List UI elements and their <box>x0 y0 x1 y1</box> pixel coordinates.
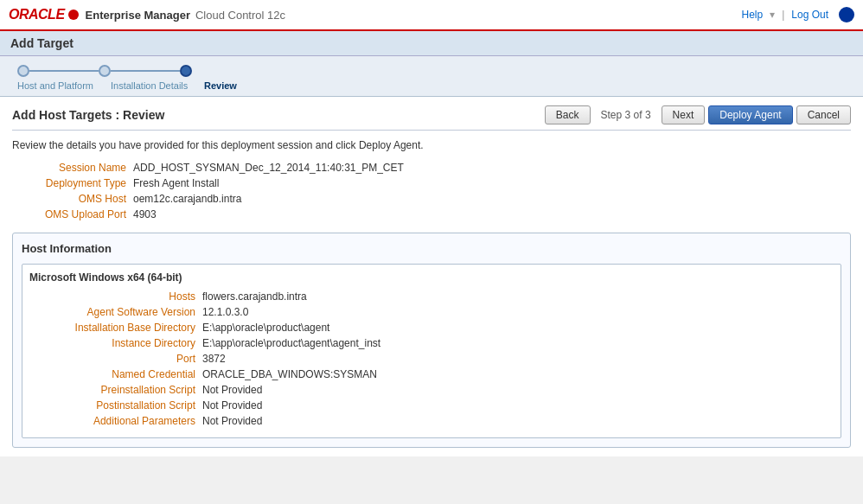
host-form-value: Not Provided <box>202 384 262 396</box>
nav-pipe: | <box>782 9 784 21</box>
cancel-button[interactable]: Cancel <box>796 105 851 124</box>
form-value: Fresh Agent Install <box>133 177 219 189</box>
section-title: Add Host Targets : Review <box>12 108 164 122</box>
oracle-text: ORACLE <box>9 7 65 22</box>
form-row: OMS Upload Port4903 <box>12 208 851 220</box>
nav-separator: ▾ <box>770 9 775 21</box>
host-form-value: Not Provided <box>202 415 262 427</box>
host-form-row: Preinstallation ScriptNot Provided <box>29 384 834 396</box>
host-info-panel: Host Information Microsoft Windows x64 (… <box>12 233 851 448</box>
add-target-bar: Add Target <box>0 31 863 56</box>
host-form-row: Hostsflowers.carajandb.intra <box>29 290 834 303</box>
section-header-row: Add Host Targets : Review Back Step 3 of… <box>12 105 851 131</box>
host-rows-container: Hostsflowers.carajandb.intraAgent Softwa… <box>29 290 834 427</box>
host-form-label: Preinstallation Script <box>29 384 202 396</box>
step-label-2: Installation Details <box>111 80 204 91</box>
button-group: Back Step 3 of 3 Next Deploy Agent Cance… <box>545 105 851 124</box>
host-form-row: Port3872 <box>29 353 834 365</box>
form-value: ADD_HOST_SYSMAN_Dec_12_2014_11:40:31_PM_… <box>133 162 404 174</box>
host-form-row: Installation Base DirectoryE:\app\oracle… <box>29 322 834 334</box>
back-button[interactable]: Back <box>545 105 591 124</box>
host-form-value: E:\app\oracle\product\agent\agent_inst <box>202 337 380 349</box>
deploy-agent-button[interactable]: Deploy Agent <box>708 105 792 124</box>
oracle-icon <box>68 10 79 20</box>
main-content: Add Host Targets : Review Back Step 3 of… <box>0 97 863 456</box>
host-form-label: Postinstallation Script <box>29 399 202 411</box>
form-label: OMS Host <box>12 193 133 205</box>
host-info-title: Host Information <box>22 242 841 255</box>
host-form-label: Agent Software Version <box>29 306 202 318</box>
host-form-value: flowers.carajandb.intra <box>202 290 307 303</box>
form-label: Deployment Type <box>12 177 133 189</box>
host-form-value: 3872 <box>202 353 226 365</box>
app-subtitle: Cloud Control 12c <box>195 9 285 22</box>
host-form-label: Port <box>29 353 202 365</box>
form-value: oem12c.carajandb.intra <box>133 193 241 205</box>
step-line-1 <box>29 70 99 72</box>
help-link[interactable]: Help <box>741 9 763 21</box>
logout-link[interactable]: Log Out <box>791 9 828 21</box>
host-form-row: Additional ParametersNot Provided <box>29 415 834 427</box>
top-nav: ORACLE Enterprise Manager Cloud Control … <box>0 0 863 31</box>
host-form-label: Hosts <box>29 290 202 303</box>
user-icon <box>839 7 854 22</box>
form-value: 4903 <box>133 208 157 220</box>
step-label-3: Review <box>204 80 297 91</box>
steps-labels: Host and Platform Installation Details R… <box>17 80 846 91</box>
host-os-title: Microsoft Windows x64 (64-bit) <box>29 271 834 284</box>
host-form-value: ORACLE_DBA_WINDOWS:SYSMAN <box>202 368 377 380</box>
form-row: OMS Hostoem12c.carajandb.intra <box>12 193 851 205</box>
host-form-label: Additional Parameters <box>29 415 202 427</box>
host-os-panel: Microsoft Windows x64 (64-bit) Hostsflow… <box>22 264 841 438</box>
host-form-label: Installation Base Directory <box>29 322 202 334</box>
wizard-steps: Host and Platform Installation Details R… <box>0 56 863 97</box>
step-node-2 <box>99 65 111 77</box>
form-row: Session NameADD_HOST_SYSMAN_Dec_12_2014_… <box>12 162 851 174</box>
host-form-row: Named CredentialORACLE_DBA_WINDOWS:SYSMA… <box>29 368 834 380</box>
host-form-row: Instance DirectoryE:\app\oracle\product\… <box>29 337 834 349</box>
step-label-1: Host and Platform <box>17 80 111 91</box>
top-nav-right: Help ▾ | Log Out <box>741 7 854 22</box>
oracle-logo: ORACLE <box>9 7 79 22</box>
step-node-1 <box>17 65 29 77</box>
step-indicator: Step 3 of 3 <box>594 106 658 124</box>
host-form-value: 12.1.0.3.0 <box>202 306 248 318</box>
host-form-value: E:\app\oracle\product\agent <box>202 322 329 334</box>
host-form-label: Instance Directory <box>29 337 202 349</box>
form-row: Deployment TypeFresh Agent Install <box>12 177 851 189</box>
host-form-value: Not Provided <box>202 399 262 411</box>
form-section: Session NameADD_HOST_SYSMAN_Dec_12_2014_… <box>12 162 851 220</box>
form-label: OMS Upload Port <box>12 208 133 220</box>
next-button[interactable]: Next <box>662 105 706 124</box>
host-form-row: Agent Software Version12.1.0.3.0 <box>29 306 834 318</box>
step-line-2 <box>111 70 180 72</box>
host-form-label: Named Credential <box>29 368 202 380</box>
host-form-row: Postinstallation ScriptNot Provided <box>29 399 834 411</box>
steps-track <box>17 65 846 77</box>
info-text: Review the details you have provided for… <box>12 139 851 151</box>
step-node-3 <box>180 65 192 77</box>
app-title: Enterprise Manager <box>86 9 190 22</box>
form-label: Session Name <box>12 162 133 174</box>
add-target-label: Add Target <box>10 36 74 50</box>
